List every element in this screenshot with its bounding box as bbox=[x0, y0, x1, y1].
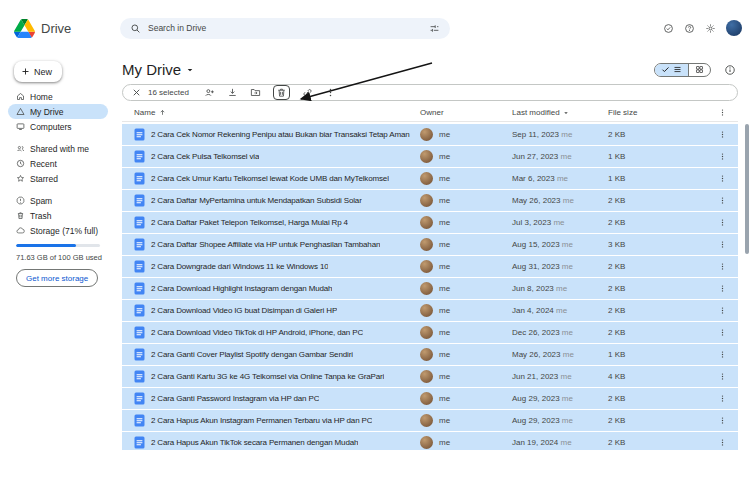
file-row[interactable]: 2 Cara Ganti Password Instagram via HP d… bbox=[122, 388, 738, 409]
clear-selection-icon[interactable] bbox=[131, 87, 142, 98]
row-more-options-icon[interactable] bbox=[718, 306, 738, 315]
row-more-options-icon[interactable] bbox=[718, 152, 738, 161]
scrollbar-thumb[interactable] bbox=[745, 124, 749, 254]
owner-avatar bbox=[420, 194, 433, 207]
search-filters-icon[interactable] bbox=[429, 23, 440, 34]
selected-count: 16 selected bbox=[148, 88, 189, 97]
owner-avatar bbox=[420, 436, 433, 449]
file-row[interactable]: 2 Cara Daftar MyPertamina untuk Mendapat… bbox=[122, 190, 738, 211]
modified-date: Aug 29, 2023 bbox=[512, 394, 560, 403]
file-row[interactable]: 2 Cara Ganti Cover Playlist Spotify deng… bbox=[122, 344, 738, 365]
file-row[interactable]: 2 Cara Hapus Akun TikTok secara Permanen… bbox=[122, 432, 738, 450]
help-icon[interactable] bbox=[684, 23, 695, 34]
file-owner-cell: me bbox=[420, 172, 512, 185]
row-more-options-icon[interactable] bbox=[718, 196, 738, 205]
row-more-options-icon[interactable] bbox=[718, 174, 738, 183]
row-more-options-icon[interactable] bbox=[718, 240, 738, 249]
file-owner-cell: me bbox=[420, 370, 512, 383]
modified-date: Jun 27, 2023 bbox=[512, 152, 558, 161]
file-row[interactable]: 2 Cara Download Highlight Instagram deng… bbox=[122, 278, 738, 299]
owner-name: me bbox=[439, 130, 450, 139]
modified-date: Jan 4, 2024 bbox=[512, 306, 554, 315]
row-more-options-icon[interactable] bbox=[718, 262, 738, 271]
file-row[interactable]: 2 Cara Download Video TikTok di HP Andro… bbox=[122, 322, 738, 343]
drive-logo[interactable]: Drive bbox=[0, 19, 112, 38]
owner-name: me bbox=[439, 284, 450, 293]
google-doc-icon bbox=[134, 326, 145, 339]
file-row[interactable]: 2 Cara Cek Nomor Rekening Penipu atau Bu… bbox=[122, 124, 738, 145]
file-row[interactable]: 2 Cara Daftar Shopee Affiliate via HP un… bbox=[122, 234, 738, 255]
owner-name: me bbox=[439, 174, 450, 183]
sidebar-item-starred[interactable]: Starred bbox=[8, 171, 108, 186]
google-doc-icon bbox=[134, 392, 145, 405]
sidebar-item-recent[interactable]: Recent bbox=[8, 156, 108, 171]
sidebar-item-storage[interactable]: Storage (71% full) bbox=[8, 223, 108, 238]
download-icon[interactable] bbox=[227, 87, 238, 98]
modified-by: me bbox=[553, 218, 564, 227]
computer-icon bbox=[16, 122, 25, 131]
row-more-options-icon[interactable] bbox=[718, 372, 738, 381]
settings-gear-icon[interactable] bbox=[705, 23, 716, 34]
scrollbar[interactable] bbox=[745, 124, 749, 446]
file-name-cell: 2 Cara Daftar Paket Telepon Telkomsel, H… bbox=[122, 216, 420, 229]
sidebar-item-computers[interactable]: Computers bbox=[8, 119, 108, 134]
trash-icon[interactable] bbox=[273, 85, 290, 100]
row-more-options-icon[interactable] bbox=[718, 350, 738, 359]
page-title-dropdown[interactable]: My Drive bbox=[122, 61, 194, 78]
share-icon[interactable] bbox=[204, 87, 215, 98]
search-input[interactable] bbox=[148, 23, 422, 33]
drive-icon bbox=[16, 107, 25, 116]
column-header-name[interactable]: Name bbox=[122, 108, 420, 117]
details-info-icon[interactable] bbox=[724, 64, 736, 76]
sidebar-item-home[interactable]: Home bbox=[8, 89, 108, 104]
row-more-options-icon[interactable] bbox=[718, 130, 738, 139]
new-button[interactable]: New bbox=[14, 61, 62, 82]
sidebar-item-shared-with-me[interactable]: Shared with me bbox=[8, 141, 108, 156]
column-header-modified[interactable]: Last modified bbox=[512, 108, 608, 117]
file-size-cell: 2 KB bbox=[608, 328, 688, 337]
search-bar[interactable] bbox=[120, 18, 450, 39]
file-name-cell: 2 Cara Ganti Kartu 3G ke 4G Telkomsel vi… bbox=[122, 370, 420, 383]
row-more-options-icon[interactable] bbox=[718, 218, 738, 227]
column-header-owner[interactable]: Owner bbox=[420, 108, 512, 117]
sidebar-item-label: My Drive bbox=[30, 107, 64, 117]
file-row[interactable]: 2 Cara Cek Umur Kartu Telkomsel lewat Ko… bbox=[122, 168, 738, 189]
sidebar-item-my-drive[interactable]: My Drive bbox=[8, 104, 108, 119]
file-row[interactable]: 2 Cara Hapus Akun Instagram Permanen Ter… bbox=[122, 410, 738, 431]
list-view-icon bbox=[673, 65, 682, 74]
file-row[interactable]: 2 Cara Ganti Kartu 3G ke 4G Telkomsel vi… bbox=[122, 366, 738, 387]
column-settings-icon[interactable] bbox=[718, 108, 738, 117]
file-owner-cell: me bbox=[420, 348, 512, 361]
google-doc-icon bbox=[134, 238, 145, 251]
file-name-cell: 2 Cara Download Highlight Instagram deng… bbox=[122, 282, 420, 295]
row-more-options-icon[interactable] bbox=[718, 328, 738, 337]
row-more-options-icon[interactable] bbox=[718, 284, 738, 293]
offline-status-icon[interactable] bbox=[663, 23, 674, 34]
file-row[interactable]: 2 Cara Daftar Paket Telepon Telkomsel, H… bbox=[122, 212, 738, 233]
move-to-folder-icon[interactable] bbox=[250, 87, 261, 98]
google-doc-icon bbox=[134, 260, 145, 273]
sidebar-item-trash[interactable]: Trash bbox=[8, 208, 108, 223]
row-more-options-icon[interactable] bbox=[718, 416, 738, 425]
column-header-size[interactable]: File size bbox=[608, 108, 688, 117]
file-row[interactable]: 2 Cara Download Video IG buat Disimpan d… bbox=[122, 300, 738, 321]
owner-avatar bbox=[420, 260, 433, 273]
file-name-cell: 2 Cara Downgrade dari Windows 11 ke Wind… bbox=[122, 260, 420, 273]
owner-name: me bbox=[439, 328, 450, 337]
modified-by: me bbox=[561, 130, 572, 139]
list-view-toggle[interactable] bbox=[655, 64, 689, 76]
file-row[interactable]: 2 Cara Cek Pulsa Telkomsel viameJun 27, … bbox=[122, 146, 738, 167]
more-actions-icon[interactable] bbox=[325, 87, 336, 98]
sidebar-item-spam[interactable]: Spam bbox=[8, 193, 108, 208]
modified-date: Jan 19, 2024 bbox=[512, 438, 558, 447]
owner-avatar bbox=[420, 304, 433, 317]
file-row[interactable]: 2 Cara Downgrade dari Windows 11 ke Wind… bbox=[122, 256, 738, 277]
sidebar-item-label: Shared with me bbox=[30, 144, 89, 154]
row-more-options-icon[interactable] bbox=[718, 394, 738, 403]
row-more-options-icon[interactable] bbox=[718, 438, 738, 447]
get-link-icon[interactable] bbox=[302, 87, 313, 98]
file-name-cell: 2 Cara Cek Umur Kartu Telkomsel lewat Ko… bbox=[122, 172, 420, 185]
grid-view-toggle[interactable] bbox=[689, 64, 710, 76]
account-avatar[interactable] bbox=[726, 20, 742, 36]
get-more-storage-button[interactable]: Get more storage bbox=[16, 269, 98, 287]
